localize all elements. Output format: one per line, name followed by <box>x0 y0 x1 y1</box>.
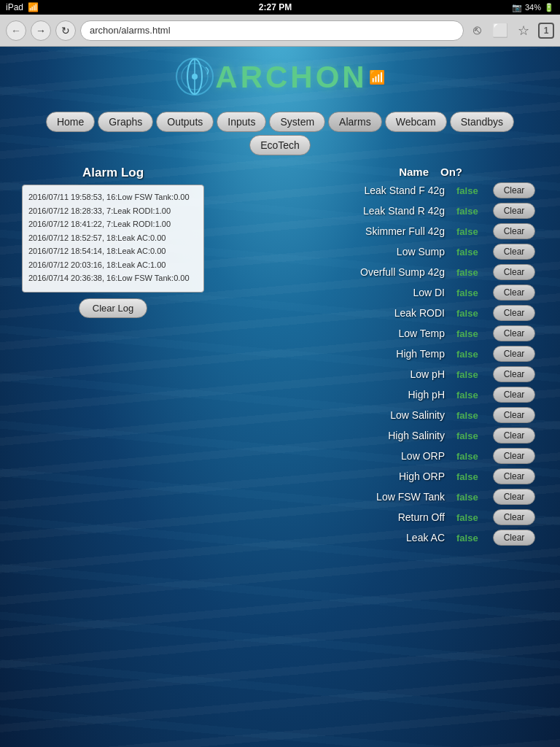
alarm-clear-button[interactable]: Clear <box>493 407 535 423</box>
col-on-header: On? <box>440 166 484 178</box>
logo-text: ARCHON <box>215 60 367 95</box>
alarm-status-label: false <box>456 226 493 237</box>
alarm-clear-button[interactable]: Clear <box>493 285 535 301</box>
nav-standbys[interactable]: Standbys <box>450 112 514 132</box>
alarm-row: Skimmer Full 42gfalseClear <box>219 222 538 241</box>
alarm-clear-button[interactable]: Clear <box>493 530 535 546</box>
alarm-status-label: false <box>456 287 493 298</box>
nav-inputs[interactable]: Inputs <box>217 112 266 132</box>
alarm-name-label: Low Temp <box>222 328 456 339</box>
alarm-row: Return OfffalseClear <box>219 508 538 527</box>
address-bar[interactable]: archon/alarms.html <box>80 20 464 41</box>
alarm-status-label: false <box>456 430 493 441</box>
alarm-status-label: false <box>456 206 493 217</box>
logo-icon <box>175 57 215 97</box>
alarm-clear-button[interactable]: Clear <box>493 448 535 464</box>
bookmark-icon[interactable]: ☆ <box>515 23 532 39</box>
alarm-row: High ORPfalseClear <box>219 467 538 486</box>
alarm-log-entry: 2016/07/11 19:58:53, 16:Low FSW Tank:0.0… <box>28 191 198 204</box>
alarm-log-entry: 2016/07/12 18:54:14, 18:Leak AC:0.00 <box>28 245 198 258</box>
alarm-status-label: false <box>456 349 493 360</box>
alarm-name-label: Low DI <box>222 287 456 298</box>
share-icon[interactable]: ⎋ <box>468 23 486 38</box>
alarm-status-label: false <box>456 328 493 339</box>
logo-wifi-icon: 📶 <box>369 69 385 85</box>
nav-webcam[interactable]: Webcam <box>385 112 447 132</box>
alarm-clear-button[interactable]: Clear <box>493 182 535 198</box>
battery-label: 34% <box>525 3 541 12</box>
browser-actions: ⎋ ⬜ ☆ 1 <box>468 23 554 39</box>
alarm-clear-button[interactable]: Clear <box>493 366 535 382</box>
alarm-name-label: Low pH <box>222 368 456 380</box>
alarm-status-label: false <box>456 267 493 278</box>
reload-button[interactable]: ↻ <box>55 20 76 41</box>
alarm-clear-button[interactable]: Clear <box>493 468 535 484</box>
alarm-name-label: Low Sump <box>222 246 456 258</box>
alarm-status-label: false <box>456 451 493 462</box>
alarm-status-label: false <box>456 492 493 503</box>
alarm-clear-button[interactable]: Clear <box>493 305 535 321</box>
alarm-clear-button[interactable]: Clear <box>493 203 535 219</box>
back-button[interactable]: ← <box>6 20 26 41</box>
cast-icon[interactable]: ⬜ <box>491 23 509 39</box>
browser-chrome: ← → ↻ archon/alarms.html ⎋ ⬜ ☆ 1 <box>0 15 560 47</box>
nav-ecotech[interactable]: EcoTech <box>249 135 311 155</box>
status-right: 📷 34% 🔋 <box>512 3 554 12</box>
alarm-status-label: false <box>456 533 493 543</box>
alarm-status-label: false <box>456 369 493 380</box>
alarm-log-entry: 2016/07/12 20:03:16, 18:Leak AC:1.00 <box>28 259 198 271</box>
alarm-row: Low ORPfalseClear <box>219 446 538 465</box>
alarm-name-label: Return Off <box>222 511 456 523</box>
alarm-rows-container: Leak Stand F 42gfalseClearLeak Stand R 4… <box>219 181 538 547</box>
logo-container: ARCHON📶 <box>175 57 384 97</box>
alarm-row: Leak Stand R 42gfalseClear <box>219 201 538 220</box>
alarm-clear-button[interactable]: Clear <box>493 427 535 444</box>
alarms-header: Name On? <box>219 166 538 178</box>
alarm-row: Low FSW TankfalseClear <box>219 487 538 506</box>
alarm-row: Low TempfalseClear <box>219 324 538 343</box>
alarms-section: Name On? Leak Stand F 42gfalseClearLeak … <box>219 166 538 549</box>
nav-home[interactable]: Home <box>46 112 95 132</box>
alarm-clear-button[interactable]: Clear <box>493 346 535 362</box>
site-header: ARCHON📶 <box>0 47 560 107</box>
alarm-clear-button[interactable]: Clear <box>493 509 535 525</box>
alarm-clear-button[interactable]: Clear <box>493 264 535 280</box>
alarm-row: Leak Stand F 42gfalseClear <box>219 181 538 200</box>
alarm-row: Low SalinityfalseClear <box>219 406 538 425</box>
nav-outputs[interactable]: Outputs <box>156 112 214 132</box>
alarm-clear-button[interactable]: Clear <box>493 387 535 403</box>
nav-alarms[interactable]: Alarms <box>328 112 382 132</box>
clear-log-button[interactable]: Clear Log <box>79 298 147 318</box>
alarm-clear-button[interactable]: Clear <box>493 489 535 505</box>
alarm-status-label: false <box>456 390 493 400</box>
alarm-status-label: false <box>456 247 493 258</box>
status-bar: iPad 📶 2:27 PM 📷 34% 🔋 <box>0 0 560 15</box>
alarm-name-label: Overfull Sump 42g <box>222 266 456 278</box>
alarm-clear-button[interactable]: Clear <box>493 325 535 341</box>
alarm-name-label: Leak Stand R 42g <box>222 205 456 217</box>
alarm-name-label: High Salinity <box>222 430 456 441</box>
battery-icon: 🔋 <box>544 3 554 12</box>
alarm-status-label: false <box>456 410 493 421</box>
alarm-row: Low SumpfalseClear <box>219 242 538 261</box>
alarm-name-label: High ORP <box>222 471 456 482</box>
svg-point-4 <box>192 74 198 80</box>
alarm-row: Low pHfalseClear <box>219 365 538 384</box>
alarm-row: High SalinityfalseClear <box>219 426 538 445</box>
forward-button[interactable]: → <box>31 20 51 41</box>
carrier-label: iPad <box>6 2 23 12</box>
tab-count[interactable]: 1 <box>538 23 554 39</box>
nav-system[interactable]: System <box>269 112 325 132</box>
alarm-status-label: false <box>456 308 493 319</box>
status-left: iPad 📶 <box>6 2 39 12</box>
main-content: Alarm Log 2016/07/11 19:58:53, 16:Low FS… <box>0 158 560 556</box>
nav-graphs[interactable]: Graphs <box>98 112 153 132</box>
alarm-status-label: false <box>456 512 493 523</box>
alarm-log-entry: 2016/07/12 18:52:57, 18:Leak AC:0.00 <box>28 232 198 244</box>
alarm-name-label: Low FSW Tank <box>222 491 456 503</box>
alarm-name-label: High Temp <box>222 348 456 360</box>
alarm-row: Low DIfalseClear <box>219 283 538 302</box>
alarm-clear-button[interactable]: Clear <box>493 244 535 260</box>
alarm-clear-button[interactable]: Clear <box>493 223 535 239</box>
alarm-row: Leak RODIfalseClear <box>219 303 538 322</box>
